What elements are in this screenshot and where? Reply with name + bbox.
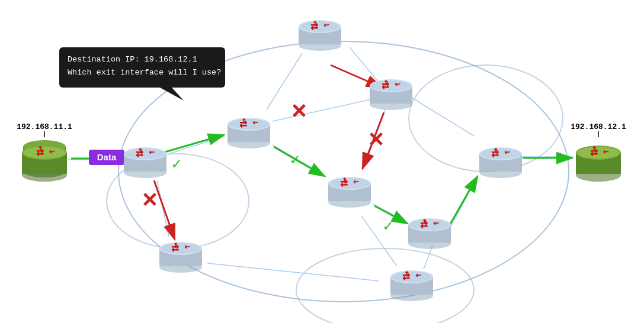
svg-point-109 xyxy=(392,272,432,282)
data-text: Data xyxy=(97,152,117,162)
router-r3: ⇄ ↗ ↙ xyxy=(299,17,341,51)
svg-point-74 xyxy=(371,80,411,91)
svg-text:✕: ✕ xyxy=(141,189,158,211)
svg-line-18 xyxy=(273,98,379,121)
svg-rect-46 xyxy=(59,47,225,88)
bubble-line1: Destination IP: 19.168.12.1 xyxy=(68,55,197,64)
router-r5: ⇄ ↗ ↙ xyxy=(328,174,371,208)
svg-point-116 xyxy=(23,147,66,159)
router-r1: ⇄ ↗ ↙ xyxy=(124,144,166,178)
svg-text:✓: ✓ xyxy=(172,156,181,173)
svg-point-81 xyxy=(329,178,370,189)
svg-line-11 xyxy=(412,98,474,136)
svg-point-88 xyxy=(409,219,450,230)
svg-point-67 xyxy=(300,21,340,32)
source-router-icon: ⇄ ↗ ↙ xyxy=(22,143,67,182)
svg-text:✕: ✕ xyxy=(290,100,307,122)
router-r7: ⇄ ↗ ↙ xyxy=(479,144,522,178)
dest-ip-label: 192.168.12.1 xyxy=(571,122,626,131)
svg-text:✓: ✓ xyxy=(290,151,300,169)
dest-router-icon: ⇄ ↗ ↙ xyxy=(576,143,621,182)
svg-point-3 xyxy=(296,248,474,323)
svg-line-25 xyxy=(449,176,478,226)
svg-point-123 xyxy=(577,147,620,159)
speech-bubble: Destination IP: 19.168.12.1 Which exit i… xyxy=(59,47,225,101)
svg-text:✓: ✓ xyxy=(383,218,393,235)
svg-line-6 xyxy=(157,180,169,237)
svg-text:✕: ✕ xyxy=(367,128,384,151)
bubble-line2: Which exit interface will I use? xyxy=(68,68,221,77)
router-r9: ⇄ ↗ ↙ xyxy=(390,267,433,301)
svg-line-5 xyxy=(169,136,225,154)
router-r8: ⇄ ↗ ↙ xyxy=(159,239,202,273)
router-r2: ⇄ ↗ ↙ xyxy=(228,115,270,148)
svg-line-9 xyxy=(350,47,379,83)
svg-line-15 xyxy=(424,246,432,269)
source-ip-label: 192.168.11.1 xyxy=(17,122,72,131)
svg-point-102 xyxy=(161,243,201,254)
router-r6: ⇄ ↗ ↙ xyxy=(408,215,451,249)
svg-point-95 xyxy=(480,148,521,159)
svg-line-17 xyxy=(207,263,379,281)
svg-line-22 xyxy=(163,135,224,153)
svg-point-53 xyxy=(125,148,165,159)
svg-point-60 xyxy=(229,119,269,130)
router-r4: ⇄ ↗ ↙ xyxy=(370,76,412,110)
